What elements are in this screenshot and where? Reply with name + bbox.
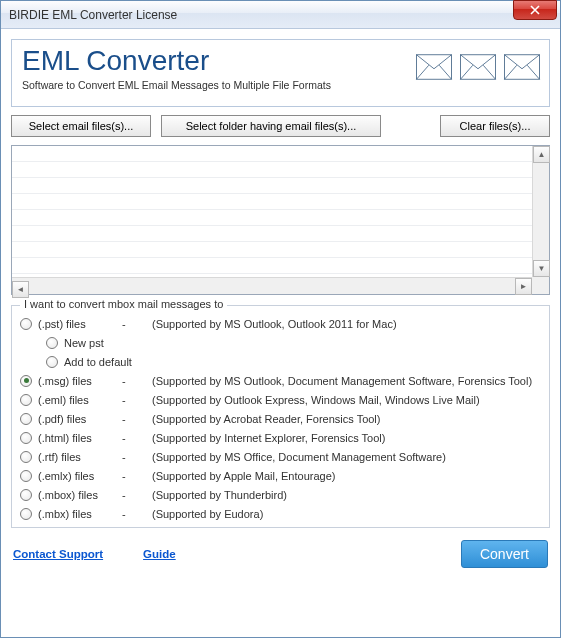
dash: - bbox=[122, 318, 152, 330]
titlebar: BIRDIE EML Converter License bbox=[1, 1, 560, 29]
envelope-icon bbox=[501, 46, 543, 88]
scroll-right-button[interactable]: ► bbox=[515, 278, 532, 295]
sub-option-label: Add to default bbox=[64, 356, 132, 368]
format-option[interactable]: (.rtf) files-(Supported by MS Office, Do… bbox=[20, 447, 541, 466]
envelope-icon bbox=[457, 46, 499, 88]
sub-option-label: New pst bbox=[64, 337, 104, 349]
option-desc: (Supported by Internet Explorer, Forensi… bbox=[152, 432, 541, 444]
radio-button[interactable] bbox=[46, 356, 58, 368]
option-label: (.rtf) files bbox=[38, 451, 122, 463]
scroll-up-button[interactable]: ▲ bbox=[533, 146, 550, 163]
contact-support-link[interactable]: Contact Support bbox=[13, 548, 103, 560]
envelope-icon bbox=[413, 46, 455, 88]
spacer bbox=[391, 115, 430, 137]
option-desc: (Supported by Apple Mail, Entourage) bbox=[152, 470, 541, 482]
horizontal-scrollbar[interactable]: ◄ ► bbox=[12, 277, 532, 294]
format-sub-option[interactable]: Add to default bbox=[20, 352, 541, 371]
option-desc: (Supported by Outlook Express, Windows M… bbox=[152, 394, 541, 406]
clear-files-button[interactable]: Clear files(s)... bbox=[440, 115, 550, 137]
guide-link[interactable]: Guide bbox=[143, 548, 176, 560]
list-row bbox=[12, 226, 532, 242]
app-window: BIRDIE EML Converter License EML Convert… bbox=[0, 0, 561, 638]
radio-button[interactable] bbox=[20, 413, 32, 425]
option-desc: (Supported by Thunderbird) bbox=[152, 489, 541, 501]
format-option[interactable]: (.emlx) files-(Supported by Apple Mail, … bbox=[20, 466, 541, 485]
scroll-left-button[interactable]: ◄ bbox=[12, 281, 29, 298]
vertical-scrollbar[interactable]: ▲ ▼ bbox=[532, 146, 549, 277]
format-option[interactable]: (.msg) files-(Supported by MS Outlook, D… bbox=[20, 371, 541, 390]
option-desc: (Supported by MS Outlook, Document Manag… bbox=[152, 375, 541, 387]
close-icon bbox=[530, 5, 540, 15]
convert-button[interactable]: Convert bbox=[461, 540, 548, 568]
radio-button[interactable] bbox=[20, 508, 32, 520]
option-label: (.mbox) files bbox=[38, 489, 122, 501]
list-row bbox=[12, 178, 532, 194]
radio-button[interactable] bbox=[20, 432, 32, 444]
list-row bbox=[12, 162, 532, 178]
toolbar: Select email files(s)... Select folder h… bbox=[11, 115, 550, 137]
option-desc: (Supported by Acrobat Reader, Forensics … bbox=[152, 413, 541, 425]
option-label: (.eml) files bbox=[38, 394, 122, 406]
dash: - bbox=[122, 375, 152, 387]
list-row bbox=[12, 258, 532, 274]
dash: - bbox=[122, 508, 152, 520]
option-label: (.pdf) files bbox=[38, 413, 122, 425]
dash: - bbox=[122, 413, 152, 425]
close-button[interactable] bbox=[513, 0, 557, 20]
option-desc: (Supported by MS Office, Document Manage… bbox=[152, 451, 541, 463]
scroll-corner bbox=[532, 277, 549, 294]
option-label: (.html) files bbox=[38, 432, 122, 444]
dash: - bbox=[122, 489, 152, 501]
radio-button[interactable] bbox=[20, 394, 32, 406]
file-list-rows bbox=[12, 146, 532, 294]
format-option[interactable]: (.eml) files-(Supported by Outlook Expre… bbox=[20, 390, 541, 409]
option-label: (.pst) files bbox=[38, 318, 122, 330]
group-label: I want to convert mbox mail messages to bbox=[20, 298, 227, 310]
select-files-button[interactable]: Select email files(s)... bbox=[11, 115, 151, 137]
option-label: (.emlx) files bbox=[38, 470, 122, 482]
envelope-icons bbox=[413, 46, 543, 88]
dash: - bbox=[122, 394, 152, 406]
radio-button[interactable] bbox=[20, 375, 32, 387]
option-desc: (Supported by Eudora) bbox=[152, 508, 541, 520]
format-option[interactable]: (.html) files-(Supported by Internet Exp… bbox=[20, 428, 541, 447]
list-row bbox=[12, 242, 532, 258]
scroll-down-button[interactable]: ▼ bbox=[533, 260, 550, 277]
dash: - bbox=[122, 432, 152, 444]
option-label: (.msg) files bbox=[38, 375, 122, 387]
option-label: (.mbx) files bbox=[38, 508, 122, 520]
file-list[interactable]: ▲ ▼ ◄ ► bbox=[11, 145, 550, 295]
option-desc: (Supported by MS Outlook, Outlook 2011 f… bbox=[152, 318, 541, 330]
window-title: BIRDIE EML Converter License bbox=[9, 8, 177, 22]
format-option[interactable]: (.mbx) files-(Supported by Eudora) bbox=[20, 504, 541, 523]
list-row bbox=[12, 194, 532, 210]
format-option[interactable]: (.pdf) files-(Supported by Acrobat Reade… bbox=[20, 409, 541, 428]
content-area: EML Converter Software to Convert EML Em… bbox=[1, 29, 560, 637]
format-option[interactable]: (.pst) files-(Supported by MS Outlook, O… bbox=[20, 314, 541, 333]
format-sub-option[interactable]: New pst bbox=[20, 333, 541, 352]
radio-button[interactable] bbox=[46, 337, 58, 349]
header-panel: EML Converter Software to Convert EML Em… bbox=[11, 39, 550, 107]
list-row bbox=[12, 146, 532, 162]
radio-button[interactable] bbox=[20, 318, 32, 330]
radio-button[interactable] bbox=[20, 489, 32, 501]
dash: - bbox=[122, 451, 152, 463]
radio-button[interactable] bbox=[20, 470, 32, 482]
footer: Contact Support Guide Convert bbox=[11, 536, 550, 570]
format-group: I want to convert mbox mail messages to … bbox=[11, 305, 550, 528]
format-option[interactable]: (.mbox) files-(Supported by Thunderbird) bbox=[20, 485, 541, 504]
dash: - bbox=[122, 470, 152, 482]
select-folder-button[interactable]: Select folder having email files(s)... bbox=[161, 115, 381, 137]
radio-button[interactable] bbox=[20, 451, 32, 463]
list-row bbox=[12, 210, 532, 226]
